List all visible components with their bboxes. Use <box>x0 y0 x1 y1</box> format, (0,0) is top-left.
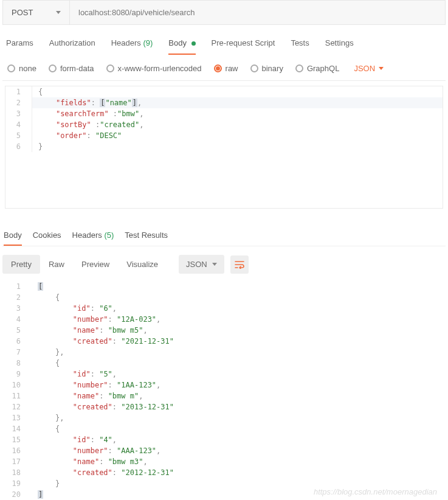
tab-tests[interactable]: Tests <box>291 38 309 55</box>
line-number: 13 <box>5 412 32 423</box>
tab-body[interactable]: Body <box>168 38 195 55</box>
line-content: } <box>32 478 60 489</box>
tab-headers[interactable]: Headers (9) <box>111 38 153 55</box>
editor-line: 1{ <box>5 86 443 97</box>
line-content: }, <box>32 347 64 358</box>
response-type-value: JSON <box>186 260 207 269</box>
watermark-text: https://blog.csdn.net/moernagedian <box>314 487 437 496</box>
caret-down-icon <box>379 67 384 70</box>
line-content: "id": "4", <box>32 434 117 445</box>
editor-line: 6 "created": "2021-12-31" <box>5 336 443 347</box>
line-number: 4 <box>5 119 32 130</box>
editor-line: 16 "number": "AAA-123", <box>5 445 443 456</box>
line-content: "name": "bmw m", <box>32 391 143 401</box>
editor-line: 5 "name": "bmw m5", <box>5 325 443 336</box>
tab-prerequest[interactable]: Pre-request Script <box>212 38 275 55</box>
response-body-viewer[interactable]: 1[2 {3 "id": "6",4 "number": "12A-023",5… <box>5 281 443 500</box>
http-method-select[interactable]: POST <box>3 1 70 24</box>
body-type-raw[interactable]: raw <box>214 64 238 73</box>
line-content: { <box>32 86 43 97</box>
body-type-form-data-label: form-data <box>60 64 94 73</box>
editor-line: 2 "fields": ["name"], <box>5 97 443 108</box>
line-content: "fields": ["name"], <box>32 97 443 108</box>
request-top-bar: POST localhost:8080/api/vehicle/search <box>2 0 446 25</box>
radio-icon <box>250 64 258 72</box>
body-type-x-www[interactable]: x-www-form-urlencoded <box>106 64 202 73</box>
editor-line: 12 "created": "2013-12-31" <box>5 401 443 412</box>
tab-headers-count: (9) <box>143 38 153 47</box>
line-content: { <box>32 292 60 303</box>
response-tab-test-results[interactable]: Test Results <box>125 231 168 246</box>
line-number: 20 <box>5 489 32 500</box>
caret-down-icon <box>56 11 61 14</box>
body-type-binary[interactable]: binary <box>250 64 283 73</box>
editor-line: 17 "name": "bmw m3", <box>5 456 443 467</box>
line-content: "searchTerm" :"bmw", <box>32 108 143 119</box>
body-type-form-data[interactable]: form-data <box>49 64 94 73</box>
line-content: "created": "2013-12-31" <box>32 401 174 412</box>
radio-icon <box>106 64 114 72</box>
line-number: 1 <box>5 281 32 292</box>
response-tab-cookies[interactable]: Cookies <box>33 231 61 246</box>
tab-headers-label: Headers <box>111 38 141 47</box>
raw-content-type-select[interactable]: JSON <box>354 64 384 73</box>
editor-line: 1[ <box>5 281 443 292</box>
request-body-editor[interactable]: 1{2 "fields": ["name"],3 "searchTerm" :"… <box>5 86 443 209</box>
line-number: 4 <box>5 314 32 325</box>
wrap-lines-button[interactable] <box>230 255 249 274</box>
line-number: 2 <box>5 97 32 108</box>
editor-line: 14 { <box>5 423 443 434</box>
line-number: 12 <box>5 401 32 412</box>
line-content: [ <box>32 281 43 292</box>
editor-line: 10 "number": "1AA-123", <box>5 380 443 391</box>
line-number: 9 <box>5 369 32 380</box>
view-raw-button[interactable]: Raw <box>40 255 73 274</box>
wrap-lines-icon <box>235 260 244 269</box>
radio-icon <box>7 64 15 72</box>
tab-params[interactable]: Params <box>6 38 33 55</box>
line-content: "number": "AAA-123", <box>32 445 160 456</box>
body-type-none[interactable]: none <box>7 64 36 73</box>
line-number: 15 <box>5 434 32 445</box>
editor-line: 4 "sortBy" :"created", <box>5 119 443 130</box>
line-number: 6 <box>5 141 32 152</box>
body-type-graphql[interactable]: GraphQL <box>295 64 339 73</box>
editor-line: 5 "order": "DESC" <box>5 130 443 141</box>
body-type-binary-label: binary <box>262 64 283 73</box>
line-content: "id": "5", <box>32 369 117 380</box>
line-content: } <box>32 141 43 152</box>
line-content: "number": "12A-023", <box>32 314 160 325</box>
tab-settings[interactable]: Settings <box>325 38 354 55</box>
line-number: 6 <box>5 336 32 347</box>
response-toolbar: Pretty Raw Preview Visualize JSON <box>2 246 446 279</box>
radio-icon <box>295 64 303 72</box>
editor-line: 6} <box>5 141 443 152</box>
editor-line: 11 "name": "bmw m", <box>5 391 443 401</box>
line-content: "created": "2012-12-31" <box>32 467 174 478</box>
editor-line: 8 { <box>5 358 443 369</box>
editor-line: 2 { <box>5 292 443 303</box>
editor-line: 4 "number": "12A-023", <box>5 314 443 325</box>
request-url-input[interactable]: localhost:8080/api/vehicle/search <box>70 1 445 24</box>
response-tabs: Body Cookies Headers (5) Test Results <box>2 211 446 246</box>
response-type-select[interactable]: JSON <box>179 255 224 274</box>
response-tab-headers[interactable]: Headers (5) <box>72 231 114 246</box>
line-content: "id": "6", <box>32 303 117 314</box>
tab-body-label: Body <box>168 38 187 47</box>
caret-down-icon <box>212 263 217 266</box>
body-type-none-label: none <box>19 64 36 73</box>
tab-authorization[interactable]: Authorization <box>49 38 95 55</box>
view-visualize-button[interactable]: Visualize <box>118 255 167 274</box>
http-method-value: POST <box>12 8 33 17</box>
line-content: "name": "bmw m3", <box>32 456 148 467</box>
line-content: ] <box>32 489 43 500</box>
editor-line: 15 "id": "4", <box>5 434 443 445</box>
raw-content-type-value: JSON <box>354 64 375 73</box>
response-tab-body[interactable]: Body <box>4 231 22 246</box>
body-modified-dot-icon <box>191 41 196 46</box>
view-preview-button[interactable]: Preview <box>73 255 118 274</box>
view-pretty-button[interactable]: Pretty <box>2 255 40 274</box>
line-number: 5 <box>5 130 32 141</box>
line-content: "name": "bmw m5", <box>32 325 148 336</box>
editor-line: 18 "created": "2012-12-31" <box>5 467 443 478</box>
